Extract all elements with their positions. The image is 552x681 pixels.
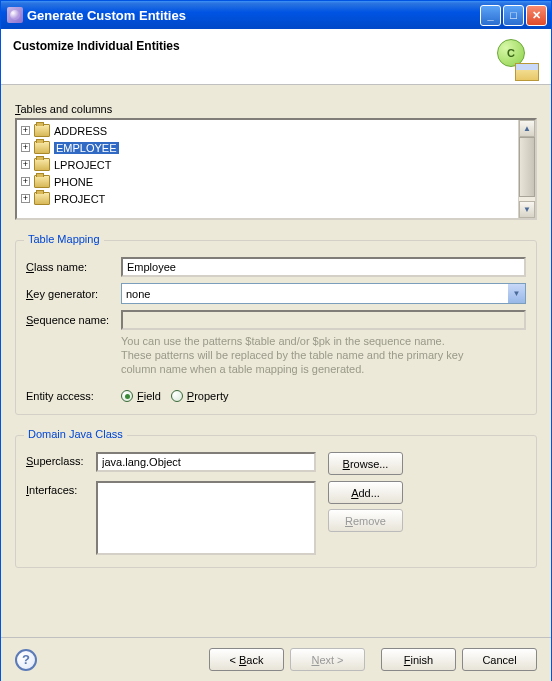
tree-item-label: LPROJECT <box>54 159 111 171</box>
finish-button[interactable]: Finish <box>381 648 456 671</box>
key-generator-label: Key generator: <box>26 288 121 300</box>
radio-property-icon <box>171 390 183 402</box>
wizard-header: Customize Individual Entities C <box>1 29 551 85</box>
tree-item-label: PROJECT <box>54 193 105 205</box>
tree-item-lproject[interactable]: +LPROJECT <box>17 156 518 173</box>
page-title: Customize Individual Entities <box>13 39 180 53</box>
class-name-input[interactable] <box>121 257 526 277</box>
radio-field-icon <box>121 390 133 402</box>
remove-button: Remove <box>328 509 403 532</box>
radio-field-label: Field <box>137 390 161 402</box>
radio-field[interactable]: Field <box>121 390 161 402</box>
radio-property-label: Property <box>187 390 229 402</box>
domain-java-class-legend: Domain Java Class <box>24 428 127 440</box>
next-button: Next > <box>290 648 365 671</box>
scroll-down-button[interactable]: ▼ <box>519 201 535 218</box>
tree-item-label: EMPLOYEE <box>54 142 119 154</box>
radio-property[interactable]: Property <box>171 390 229 402</box>
tree-item-project[interactable]: +PROJECT <box>17 190 518 207</box>
class-name-label: Class name: <box>26 261 121 273</box>
table-icon <box>34 158 50 171</box>
table-icon <box>34 192 50 205</box>
scroll-thumb[interactable] <box>519 137 535 197</box>
expand-icon[interactable]: + <box>21 126 30 135</box>
tree-item-label: PHONE <box>54 176 93 188</box>
tree-item-label: ADDRESS <box>54 125 107 137</box>
tree-scrollbar[interactable]: ▲ ▼ <box>518 120 535 218</box>
expand-icon[interactable]: + <box>21 160 30 169</box>
wizard-icon <box>7 7 23 23</box>
sequence-hint: You can use the patterns $table and/or $… <box>121 334 526 376</box>
entity-icon: C <box>497 39 539 81</box>
superclass-label: Superclass: <box>26 452 96 467</box>
dropdown-arrow-icon[interactable]: ▼ <box>508 284 525 303</box>
content-area: Tables and columns +ADDRESS+EMPLOYEE+LPR… <box>1 85 551 578</box>
close-button[interactable]: ✕ <box>526 5 547 26</box>
minimize-button[interactable]: _ <box>480 5 501 26</box>
expand-icon[interactable]: + <box>21 194 30 203</box>
window-title: Generate Custom Entities <box>27 8 478 23</box>
tree-item-phone[interactable]: +PHONE <box>17 173 518 190</box>
tables-columns-label: Tables and columns <box>15 103 537 115</box>
key-generator-select[interactable]: none ▼ <box>121 283 526 304</box>
tree-item-employee[interactable]: +EMPLOYEE <box>17 139 518 156</box>
superclass-input[interactable] <box>96 452 316 472</box>
add-button[interactable]: Add... <box>328 481 403 504</box>
domain-java-class-group: Domain Java Class Superclass: Browse... … <box>15 435 537 568</box>
table-icon <box>34 175 50 188</box>
tables-tree[interactable]: +ADDRESS+EMPLOYEE+LPROJECT+PHONE+PROJECT… <box>15 118 537 220</box>
table-mapping-legend: Table Mapping <box>24 233 104 245</box>
help-icon[interactable]: ? <box>15 649 37 671</box>
expand-icon[interactable]: + <box>21 177 30 186</box>
table-icon <box>34 124 50 137</box>
key-generator-value: none <box>126 288 150 300</box>
browse-button[interactable]: Browse... <box>328 452 403 475</box>
scroll-up-button[interactable]: ▲ <box>519 120 535 137</box>
entity-access-label: Entity access: <box>26 390 121 402</box>
interfaces-label: Interfaces: <box>26 481 96 496</box>
sequence-name-label: Sequence name: <box>26 314 121 326</box>
table-mapping-group: Table Mapping Class name: Key generator:… <box>15 240 537 415</box>
maximize-button[interactable]: □ <box>503 5 524 26</box>
cancel-button[interactable]: Cancel <box>462 648 537 671</box>
table-icon <box>34 141 50 154</box>
tree-item-address[interactable]: +ADDRESS <box>17 122 518 139</box>
sequence-name-input <box>121 310 526 330</box>
back-button[interactable]: < Back <box>209 648 284 671</box>
wizard-footer: ? < Back Next > Finish Cancel <box>1 637 551 681</box>
expand-icon[interactable]: + <box>21 143 30 152</box>
titlebar: Generate Custom Entities _ □ ✕ <box>1 1 551 29</box>
interfaces-list[interactable] <box>96 481 316 555</box>
